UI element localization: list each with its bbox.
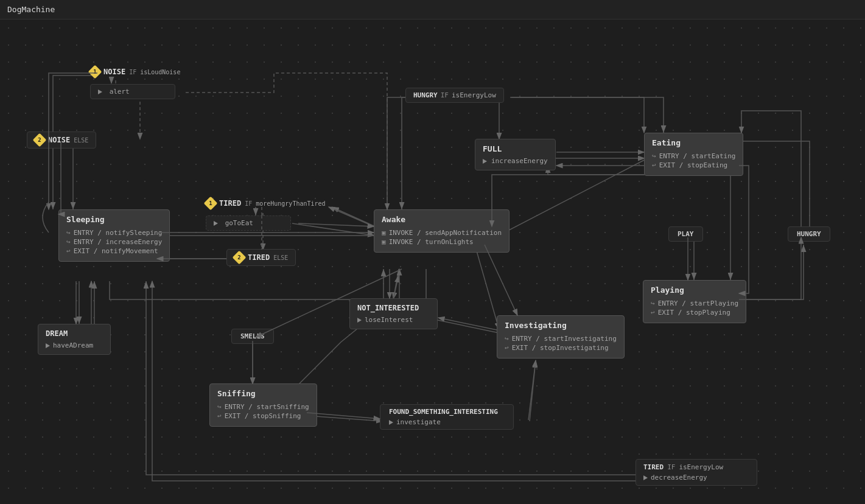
app-title: DogMachine bbox=[7, 5, 55, 14]
dream-state: DREAM haveADream bbox=[38, 324, 111, 355]
investigating-state: Investigating ↪ ENTRY / startInvestigati… bbox=[497, 315, 625, 359]
not-interested-state: NOT_INTERESTED loseInterest bbox=[349, 298, 438, 329]
noise1-diamond: 1 NOISE IF isLoudNoise bbox=[90, 67, 180, 77]
sleeping-state: Sleeping ↪ ENTRY / notifySleeping ↪ ENTR… bbox=[58, 209, 170, 262]
titlebar: DogMachine bbox=[0, 0, 865, 19]
noise2-diamond: 2 NOISE ELSE bbox=[27, 131, 96, 149]
hungry-trans-top: HUNGRY IF isEnergyLow bbox=[405, 88, 504, 103]
hungry-trans-right: HUNGRY bbox=[788, 226, 830, 242]
found-interesting-box: FOUND_SOMETHING_INTERESTING investigate bbox=[380, 404, 514, 430]
full-state: FULL increaseEnergy bbox=[475, 139, 556, 170]
canvas[interactable]: 1 NOISE IF isLoudNoise alert 2 NOISE ELS… bbox=[0, 19, 865, 504]
play-trans: PLAY bbox=[668, 226, 703, 242]
tired1-diamond: 1 TIRED IF moreHungryThanTired bbox=[206, 198, 326, 208]
tired3-bottom: TIRED IF isEnergyLow decreaseEnergy bbox=[636, 459, 757, 486]
noise1-action-box: alert bbox=[90, 84, 175, 99]
eating-state: Eating ↪ ENTRY / startEating ↩ EXIT / st… bbox=[644, 133, 743, 176]
sniffing-state: Sniffing ↪ ENTRY / startSniffing ↩ EXIT … bbox=[209, 383, 317, 427]
playing-state: Playing ↪ ENTRY / startPlaying ↩ EXIT / … bbox=[643, 280, 746, 323]
awake-state: Awake ▣ INVOKE / sendAppNotification ▣ I… bbox=[374, 209, 510, 253]
tired1-action-box: goToEat bbox=[206, 215, 291, 231]
smells-label: SMELLS bbox=[231, 329, 274, 344]
tired2-diamond: 2 TIRED ELSE bbox=[226, 249, 296, 266]
